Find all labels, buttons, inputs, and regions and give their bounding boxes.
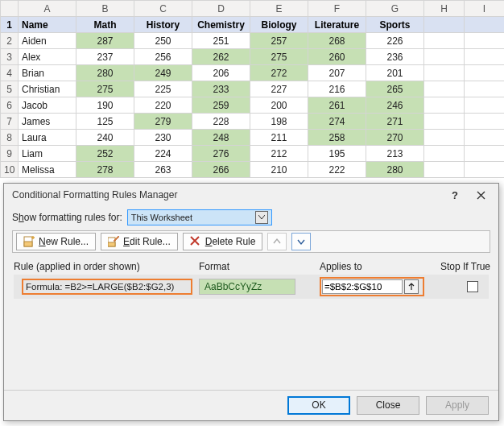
row-header[interactable]: 6: [1, 97, 19, 114]
cell[interactable]: 220: [134, 97, 192, 114]
apply-button[interactable]: Apply: [426, 396, 489, 415]
cell[interactable]: [465, 65, 505, 81]
table-row[interactable]: 10Melissa278263266210222280: [1, 162, 505, 178]
cell[interactable]: [424, 162, 465, 178]
table-row[interactable]: 5Christian275225233227216265: [1, 81, 505, 97]
cell[interactable]: 233: [192, 81, 250, 97]
cell[interactable]: [465, 49, 505, 65]
cell[interactable]: Literature: [308, 17, 366, 33]
cell[interactable]: 201: [366, 65, 424, 81]
cell[interactable]: 228: [192, 114, 250, 130]
cell[interactable]: 252: [76, 146, 134, 162]
cell[interactable]: [465, 114, 505, 130]
cell[interactable]: [465, 17, 505, 33]
cell[interactable]: 125: [76, 114, 134, 130]
close-dialog-button[interactable]: Close: [357, 396, 419, 415]
cell[interactable]: 195: [308, 146, 366, 162]
applies-to-input[interactable]: [322, 279, 403, 294]
cell[interactable]: 260: [308, 49, 366, 65]
cell[interactable]: Name: [19, 17, 76, 33]
col-header[interactable]: E: [250, 1, 308, 17]
cell[interactable]: 276: [192, 146, 250, 162]
move-down-button[interactable]: [291, 233, 311, 250]
cell[interactable]: [465, 33, 505, 49]
row-header[interactable]: 10: [1, 162, 19, 178]
cell[interactable]: 274: [308, 114, 366, 130]
cell[interactable]: 265: [366, 81, 424, 97]
cell[interactable]: 248: [192, 130, 250, 146]
scope-combobox[interactable]: This Worksheet: [127, 209, 272, 225]
col-header[interactable]: I: [465, 1, 505, 17]
select-all-corner[interactable]: [1, 1, 19, 17]
table-row[interactable]: 4Brian280249206272207201: [1, 65, 505, 81]
cell[interactable]: 251: [192, 33, 250, 49]
cell[interactable]: 279: [134, 114, 192, 130]
cell[interactable]: Melissa: [19, 162, 76, 178]
table-row[interactable]: 9Liam252224276212195213: [1, 146, 505, 162]
cell[interactable]: 216: [308, 81, 366, 97]
cell[interactable]: [424, 130, 465, 146]
cell[interactable]: [465, 162, 505, 178]
cell[interactable]: 263: [134, 162, 192, 178]
row-header[interactable]: 7: [1, 114, 19, 130]
cell[interactable]: 280: [76, 65, 134, 81]
cell[interactable]: 259: [192, 97, 250, 114]
cell[interactable]: 212: [250, 146, 308, 162]
cell[interactable]: Liam: [19, 146, 76, 162]
help-button[interactable]: ?: [442, 186, 468, 204]
cell[interactable]: 246: [366, 97, 424, 114]
table-row[interactable]: 8Laura240230248211258270: [1, 130, 505, 146]
column-header-row[interactable]: A B C D E F G H I: [1, 1, 505, 17]
row-header[interactable]: 3: [1, 49, 19, 65]
table-row[interactable]: 6Jacob190220259200261246: [1, 97, 505, 114]
move-up-button[interactable]: [267, 233, 287, 250]
ok-button[interactable]: OK: [287, 396, 350, 415]
cell[interactable]: [424, 146, 465, 162]
cell[interactable]: 262: [192, 49, 250, 65]
cell[interactable]: Brian: [19, 65, 76, 81]
cell[interactable]: [424, 81, 465, 97]
cell[interactable]: 258: [308, 130, 366, 146]
cell[interactable]: 230: [134, 130, 192, 146]
table-row[interactable]: 7James125279228198274271: [1, 114, 505, 130]
row-header[interactable]: 2: [1, 33, 19, 49]
cell[interactable]: 256: [134, 49, 192, 65]
cell[interactable]: Jacob: [19, 97, 76, 114]
cell[interactable]: 224: [134, 146, 192, 162]
cell[interactable]: James: [19, 114, 76, 130]
cell[interactable]: 272: [250, 65, 308, 81]
stop-if-true-checkbox[interactable]: [467, 281, 478, 292]
cell[interactable]: Math: [76, 17, 134, 33]
cell[interactable]: 222: [308, 162, 366, 178]
col-header[interactable]: G: [366, 1, 424, 17]
cell[interactable]: [465, 81, 505, 97]
delete-rule-button[interactable]: Delete Rule: [183, 233, 263, 250]
cell[interactable]: 200: [250, 97, 308, 114]
cell[interactable]: 211: [250, 130, 308, 146]
cell[interactable]: Chemistry: [192, 17, 250, 33]
table-row[interactable]: 3Alex237256262275260236: [1, 49, 505, 65]
cell[interactable]: [424, 97, 465, 114]
cell[interactable]: [424, 114, 465, 130]
new-rule-button[interactable]: New Rule...: [16, 233, 96, 250]
table-row[interactable]: 2Aiden287250251257268226: [1, 33, 505, 49]
cell[interactable]: [424, 17, 465, 33]
cell[interactable]: Christian: [19, 81, 76, 97]
cell[interactable]: 275: [76, 81, 134, 97]
cell[interactable]: 270: [366, 130, 424, 146]
cell[interactable]: Laura: [19, 130, 76, 146]
cell[interactable]: [465, 97, 505, 114]
cell[interactable]: 250: [134, 33, 192, 49]
cell[interactable]: 236: [366, 49, 424, 65]
table-header-row[interactable]: 1NameMathHistoryChemistryBiologyLiteratu…: [1, 17, 505, 33]
cell[interactable]: 261: [308, 97, 366, 114]
cell[interactable]: Alex: [19, 49, 76, 65]
cell[interactable]: [424, 33, 465, 49]
cell[interactable]: History: [134, 17, 192, 33]
cell[interactable]: 278: [76, 162, 134, 178]
col-header[interactable]: F: [308, 1, 366, 17]
cell[interactable]: 226: [366, 33, 424, 49]
range-selector-button[interactable]: [404, 279, 419, 294]
cell[interactable]: [424, 49, 465, 65]
cell[interactable]: [465, 146, 505, 162]
